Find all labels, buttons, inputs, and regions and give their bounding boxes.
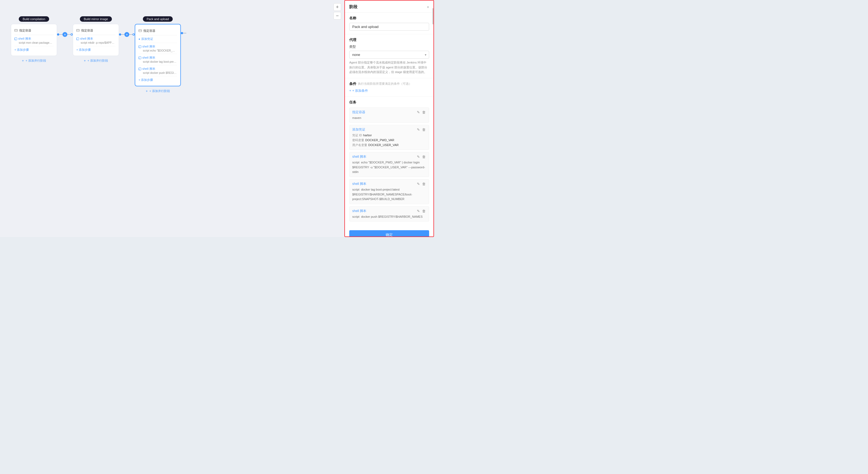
task-header-credential: 添加凭证 ✎ 🗑 [352, 127, 426, 132]
task-header-shell-1: shell 脚本 ✎ 🗑 [352, 155, 426, 159]
task-detail-container: maven [352, 116, 426, 121]
add-condition-label: + 添加条件 [352, 89, 368, 93]
canvas-controls: + − [334, 3, 341, 20]
cred-key-3: 用户名变量 [352, 143, 367, 148]
conn-dot-right-2 [132, 33, 135, 36]
step-script-2-1: script mkdir -p repo/$APP_NA... [76, 41, 114, 44]
type-label: 类型 [349, 44, 429, 49]
conn-dot-right-1 [71, 33, 73, 36]
add-parallel-1[interactable]: + + 添加并行阶段 [22, 59, 46, 63]
task-title-shell-1: shell 脚本 [352, 155, 366, 159]
svg-text:$: $ [139, 68, 140, 70]
task-delete-shell-1[interactable]: 🗑 [422, 155, 426, 159]
task-title-container: 指定容器 [352, 110, 365, 115]
svg-rect-0 [15, 29, 18, 31]
task-delete-container[interactable]: 🗑 [422, 110, 426, 114]
conn-plus-1[interactable]: + [62, 32, 67, 37]
stage-card-3[interactable]: 指定容器 ● 添加凭证 $ [135, 24, 181, 86]
step-item-1-1: $ shell 脚本 script mvn clean package -Dm.… [14, 35, 54, 46]
stage-label-2: Build mirror image [80, 16, 112, 22]
task-delete-credential[interactable]: 🗑 [422, 128, 426, 132]
stage-label-1: Build compilation [19, 16, 49, 22]
name-input[interactable] [349, 23, 429, 31]
svg-rect-4 [76, 29, 79, 31]
shell-icon-2-1: $ [76, 37, 79, 40]
task-title-credential: 添加凭证 [352, 127, 365, 132]
stage-card-2[interactable]: 指定容器 $ shell 脚本 script mkdir -p repo/$AP… [73, 24, 119, 56]
confirm-button[interactable]: 确定 [349, 230, 429, 237]
step-script-1-1: script mvn clean package -Dm... [14, 41, 53, 44]
conn-line-end [183, 33, 186, 33]
task-actions-shell-3: ✎ 🗑 [416, 209, 426, 213]
task-detail-credential: 凭证 ID harbor 密码变量 DOCKER_PWD_VAR 用户名变量 D… [352, 133, 426, 148]
conditions-section: 条件 执行当前阶段所需要满足的条件（可选） + + 添加条件 [345, 78, 433, 97]
task-delete-shell-2[interactable]: 🗑 [422, 182, 426, 186]
main-container: + − Build compilation 指定容器 $ [0, 0, 434, 237]
task-edit-container[interactable]: ✎ [416, 110, 421, 114]
conn-line-1a [59, 34, 62, 35]
step-title-3-shell-2: $ shell 脚本 [138, 56, 177, 60]
step-item-3-shell-1: $ shell 脚本 script echo "$DOCKER_PW... [138, 43, 177, 54]
conditions-description: 执行当前阶段所需要满足的条件（可选） [358, 82, 412, 86]
step-label-3-shell-3: shell 脚本 [142, 67, 155, 71]
stage-with-label-3: Pack and upload 指定容器 ● 添加凭证 [135, 16, 181, 86]
step-title-3-shell-3: $ shell 脚本 [138, 67, 177, 71]
step-label-3-shell-1: shell 脚本 [142, 44, 155, 49]
task-actions-container: ✎ 🗑 [416, 110, 426, 114]
panel-header: 阶段 × [345, 1, 433, 12]
task-edit-shell-3[interactable]: ✎ [416, 209, 421, 213]
zoom-out-button[interactable]: − [334, 12, 341, 20]
conditions-row: 条件 执行当前阶段所需要满足的条件（可选） [349, 82, 429, 86]
stage-label-3: Pack and upload [143, 16, 173, 22]
type-select[interactable]: none any label docker [349, 51, 429, 59]
cred-key-1: 凭证 ID [352, 133, 362, 138]
stage-group-2: Build mirror image 指定容器 $ shell 脚本 [73, 16, 119, 63]
task-detail-shell-2: script docker tag boot-preject:latest $R… [352, 187, 426, 202]
container-icon-3 [138, 29, 142, 33]
task-actions-shell-2: ✎ 🗑 [416, 182, 426, 186]
stage-card-1[interactable]: 指定容器 $ shell 脚本 script mvn clean package… [11, 24, 57, 56]
add-step-2[interactable]: + 添加步骤 [76, 46, 116, 53]
panel-title: 阶段 [349, 4, 358, 9]
task-delete-shell-3[interactable]: 🗑 [422, 209, 426, 213]
conditions-label: 条件 [349, 82, 356, 86]
scrollbar-thumb[interactable] [432, 8, 433, 25]
add-step-1[interactable]: + 添加步骤 [14, 46, 54, 53]
agent-description: Agent 部分指定整个流水线或特定阶段将在 Jenkins 环境中执行的位置。… [349, 60, 429, 75]
add-parallel-3[interactable]: + + 添加并行阶段 [146, 89, 170, 93]
svg-text:$: $ [139, 46, 140, 48]
panel-close-button[interactable]: × [427, 5, 429, 9]
shell-icon-1-1: $ [14, 37, 17, 40]
add-parallel-label-2: + 添加并行阶段 [88, 59, 108, 63]
cred-val-2: DOCKER_PWD_VAR [365, 138, 394, 143]
agent-label: 代理 [349, 37, 429, 42]
canvas-area: + − Build compilation 指定容器 $ [0, 0, 344, 237]
zoom-in-button[interactable]: + [334, 3, 341, 11]
add-parallel-2[interactable]: + + 添加并行阶段 [84, 59, 108, 63]
stage-header-1: 指定容器 [14, 27, 54, 35]
add-condition-button[interactable]: + + 添加条件 [349, 89, 429, 93]
task-edit-shell-1[interactable]: ✎ [416, 155, 421, 159]
shell-icon-3-3: $ [138, 68, 141, 70]
container-icon-1 [14, 29, 18, 32]
step-item-2-1: $ shell 脚本 script mkdir -p repo/$APP_NA.… [76, 35, 116, 46]
type-select-wrapper: none any label docker [349, 51, 429, 59]
cred-val-1: harbor [363, 133, 372, 138]
cred-val-3: DOCKER_USER_VAR [368, 143, 399, 148]
step-title-3-credential: ● 添加凭证 [138, 37, 177, 41]
conn-plus-2[interactable]: + [124, 32, 129, 37]
add-step-3[interactable]: + 添加步骤 [138, 76, 177, 83]
script-label-3: script [352, 215, 359, 218]
script-value-1: echo "$DOCKER_PWD_VAR" | docker login $R… [352, 161, 425, 173]
shell-icon-3-2: $ [138, 57, 141, 59]
task-edit-shell-2[interactable]: ✎ [416, 182, 421, 186]
stage-header-2: 指定容器 [76, 27, 116, 35]
task-header-shell-2: shell 脚本 ✎ 🗑 [352, 182, 426, 186]
task-actions-credential: ✎ 🗑 [416, 128, 426, 132]
script-label-1: script [352, 161, 359, 164]
conn-dot-end [181, 32, 183, 34]
conn-line-2b [129, 34, 132, 35]
task-edit-credential[interactable]: ✎ [416, 128, 421, 132]
step-label-2-1: shell 脚本 [80, 37, 93, 41]
add-parallel-label-3: + 添加并行阶段 [149, 89, 170, 93]
